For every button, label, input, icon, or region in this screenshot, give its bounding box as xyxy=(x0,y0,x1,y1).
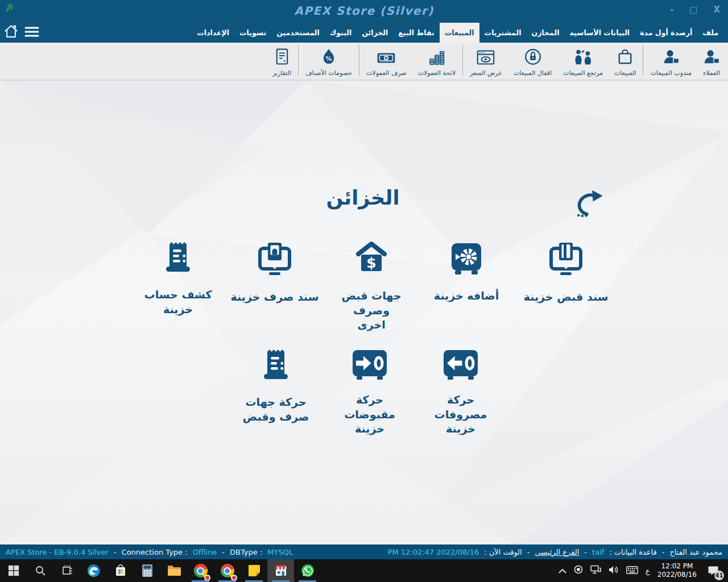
language-indicator[interactable]: ع xyxy=(646,567,650,575)
windows-logo-icon xyxy=(8,565,19,576)
add-treasury-icon xyxy=(446,240,487,280)
tile-parties-movement[interactable]: حركة جهات صرف وقبض xyxy=(228,348,324,424)
main-menu-bar: ملف أرصدة أول مدة البيانات الأساسية المخ… xyxy=(0,23,728,43)
whatsapp-icon xyxy=(301,564,315,577)
tile-treasury-payment-voucher[interactable]: سند صرف خزينة xyxy=(226,240,323,305)
ribbon-separator xyxy=(462,45,463,76)
sticky-notes-button[interactable] xyxy=(241,559,267,582)
menu-item-warehouses[interactable]: المخازن xyxy=(526,23,564,43)
tile-treasury-statement[interactable]: كشف حساب خزينة xyxy=(130,240,226,317)
reports-icon xyxy=(275,48,289,67)
task-view-icon xyxy=(61,565,73,576)
reports-button[interactable]: التقارير xyxy=(267,44,297,77)
price-quote-icon xyxy=(477,49,495,67)
menu-item-basic-data[interactable]: البيانات الأساسية xyxy=(564,23,635,43)
calculator-icon xyxy=(142,564,153,577)
commissions-pay-icon xyxy=(377,51,396,67)
treasury-payment-voucher-icon xyxy=(254,240,296,281)
sales-button[interactable]: المبيعات xyxy=(609,44,642,77)
menu-item-users[interactable]: المستخدمين xyxy=(271,23,325,43)
customers-button[interactable]: العملاء xyxy=(697,44,726,77)
separator: - xyxy=(114,548,117,556)
title-bar: APEX Store (Silver) - □ X xyxy=(0,0,728,23)
notification-badge-icon xyxy=(231,575,237,581)
dbtype-value: MYSQL xyxy=(267,548,293,556)
sales-rep-icon xyxy=(663,48,680,67)
edge-button[interactable] xyxy=(80,559,107,582)
treasury-receipt-voucher-icon xyxy=(545,240,587,281)
tray-record-icon[interactable] xyxy=(574,565,583,576)
file-explorer-button[interactable] xyxy=(160,559,187,582)
home-icon[interactable] xyxy=(3,24,19,41)
treasury-expenses-movement-icon xyxy=(439,348,482,384)
system-tray: ع 12:02 PM 2022/08/16 41 xyxy=(559,562,728,580)
current-time-value: PM 12:02:47 2022/08/16 xyxy=(388,548,479,556)
volume-icon[interactable] xyxy=(609,566,619,576)
task-view-button[interactable] xyxy=(53,559,80,582)
menu-item-settings[interactable]: الإعدادات xyxy=(192,23,234,43)
svg-text:$: $ xyxy=(366,255,376,271)
price-quote-button[interactable]: عرض السعر xyxy=(464,44,508,77)
taskbar-date: 2022/08/16 xyxy=(657,571,697,579)
commissions-list-icon xyxy=(428,48,445,67)
sales-lock-button[interactable]: اقفال المبيعات xyxy=(508,44,557,77)
start-button[interactable] xyxy=(0,559,27,582)
sticky-notes-icon xyxy=(248,564,260,577)
tile-treasury-expenses-movement[interactable]: حركة مصروفات خزينة xyxy=(412,348,509,436)
user-name: محمود عبد الفتاح xyxy=(669,548,722,556)
ms-store-button[interactable] xyxy=(107,559,134,582)
item-discounts-icon: % xyxy=(321,48,336,67)
close-button[interactable]: X xyxy=(713,5,720,15)
database-name: taif xyxy=(592,548,604,556)
tile-add-treasury[interactable]: أضافه خزينة xyxy=(418,240,515,304)
chrome-button-2[interactable] xyxy=(214,559,241,582)
commissions-pay-button[interactable]: صرف العمولات xyxy=(361,44,412,77)
action-center-button[interactable]: 41 xyxy=(704,562,722,580)
customers-icon xyxy=(703,48,720,67)
app-version: APEX Store - EB-9.0.4 Silver xyxy=(6,548,109,556)
item-discounts-button[interactable]: % خصومات الأصناف xyxy=(300,44,358,77)
menu-item-sales[interactable]: المبيعات xyxy=(440,23,479,43)
menu-item-purchases[interactable]: المشتريات xyxy=(479,23,527,43)
ribbon-separator xyxy=(359,45,359,76)
hamburger-menu-icon[interactable] xyxy=(24,26,39,40)
notification-badge-icon xyxy=(204,575,210,581)
back-arrow-icon[interactable] xyxy=(574,189,607,221)
menu-item-adjustments[interactable]: تسويات xyxy=(234,23,271,43)
pin-icon[interactable] xyxy=(4,2,15,15)
maximize-button[interactable]: □ xyxy=(689,5,697,15)
commissions-list-button[interactable]: لائحة العمولات xyxy=(412,44,461,77)
sales-ribbon: العملاء مندوب المبيعات المبيعات مرتجع ال… xyxy=(0,43,728,81)
menu-item-pos[interactable]: نقاط البيع xyxy=(393,23,439,43)
connection-type-label: Connection Type : xyxy=(122,548,188,556)
minimize-button[interactable]: - xyxy=(670,5,673,15)
file-explorer-icon xyxy=(167,565,181,576)
tile-other-parties[interactable]: $ جهات قبض وصرف اخرى xyxy=(323,240,420,332)
windows-taskbar: ع 12:02 PM 2022/08/16 41 xyxy=(0,559,728,582)
menu-item-treasuries[interactable]: الخزائن xyxy=(357,23,393,43)
branch-link[interactable]: الفرع الرئيسى xyxy=(535,548,579,556)
sales-rep-button[interactable]: مندوب المبيعات xyxy=(644,44,697,77)
keyboard-icon[interactable] xyxy=(626,566,638,576)
treasury-receipts-movement-icon xyxy=(348,348,391,384)
separator: - xyxy=(662,548,665,556)
taskbar-clock[interactable]: 12:02 PM 2022/08/16 xyxy=(657,562,697,579)
tray-expand-chevron-icon[interactable] xyxy=(559,566,566,576)
menu-item-file[interactable]: ملف xyxy=(697,23,723,43)
network-icon[interactable] xyxy=(590,565,601,576)
whatsapp-button[interactable] xyxy=(294,559,321,582)
current-time-label: الوقت الآن : xyxy=(484,548,522,556)
calculator-button[interactable] xyxy=(134,559,160,582)
menu-item-banks[interactable]: البنوك xyxy=(325,23,357,43)
sales-lock-icon xyxy=(524,48,541,67)
taskbar-search-button[interactable] xyxy=(27,559,53,582)
sales-return-button[interactable]: مرتجع المبيعات xyxy=(557,44,609,77)
chrome-button-1[interactable] xyxy=(187,559,214,582)
tile-treasury-receipt-voucher[interactable]: سند قبض خزينة xyxy=(518,240,614,305)
tile-treasury-receipts-movement[interactable]: حركة مقبوضات خزينة xyxy=(321,348,418,436)
menu-item-opening-balances[interactable]: أرصدة أول مدة xyxy=(635,23,697,43)
apex-store-app-button[interactable] xyxy=(267,559,294,582)
other-parties-icon: $ xyxy=(351,240,392,280)
treasuries-page: الخزائن كشف حساب خزينة سند صرف خزينة $ ج… xyxy=(0,81,728,544)
treasury-statement-icon xyxy=(158,240,198,279)
